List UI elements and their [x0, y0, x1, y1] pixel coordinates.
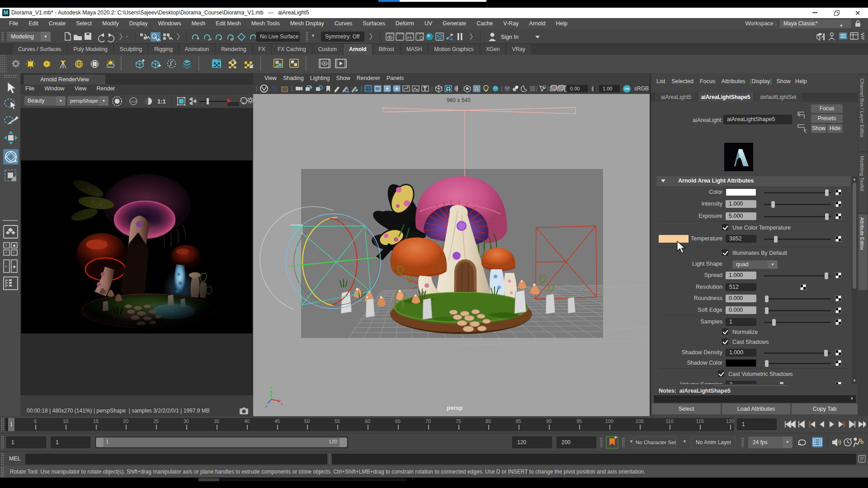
svg-text:+: + [5, 264, 7, 269]
svg-text:1.00: 1.00 [603, 86, 612, 91]
svg-text:◆: ◆ [13, 243, 16, 248]
svg-text:+: + [5, 243, 7, 248]
svg-text:x: x [281, 402, 283, 406]
svg-text:◆: ◆ [13, 264, 16, 269]
svg-text:z: z [265, 404, 267, 409]
svg-text:RGB: RGB [131, 100, 137, 103]
svg-text:IPR: IPR [407, 36, 412, 39]
svg-text:y: y [270, 385, 272, 389]
svg-text:+: + [5, 250, 7, 255]
svg-text:960 x 540: 960 x 540 [447, 97, 471, 103]
svg-text:+: + [13, 250, 15, 255]
svg-text:Sign In: Sign In [501, 34, 519, 40]
svg-text:1:1: 1:1 [157, 98, 166, 105]
svg-text:persp: persp [447, 404, 462, 411]
svg-text:T: T [424, 86, 426, 91]
svg-text:0.00: 0.00 [570, 86, 580, 91]
